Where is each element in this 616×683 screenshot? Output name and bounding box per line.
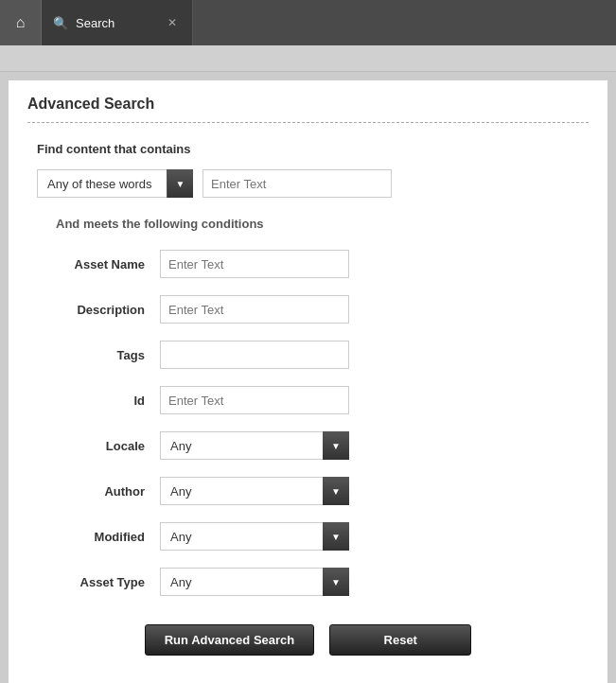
asset-type-row: Asset Type Any ▼ [27, 568, 589, 596]
id-label: Id [56, 394, 160, 408]
locale-label: Locale [56, 439, 160, 453]
tags-input[interactable] [160, 341, 349, 369]
modified-select-wrapper: Any ▼ [160, 522, 349, 551]
find-section-label: Find content that contains [37, 142, 589, 156]
buttons-row: Run Advanced Search Reset [27, 624, 589, 656]
tags-row: Tags [27, 341, 589, 369]
find-content-row: Any of these words All of these words No… [37, 169, 589, 198]
main-content: Advanced Search Find content that contai… [8, 79, 608, 683]
asset-type-select-wrapper: Any ▼ [160, 568, 349, 596]
asset-name-label: Asset Name [56, 257, 160, 271]
home-icon: ⌂ [16, 14, 26, 31]
locale-row: Locale Any ▼ [27, 431, 589, 460]
conditions-label: And meets the following conditions [56, 217, 589, 231]
sub-bar [0, 45, 616, 72]
modified-row: Modified Any ▼ [27, 522, 589, 551]
find-text-input[interactable] [202, 169, 392, 198]
asset-name-row: Asset Name [27, 250, 589, 278]
run-advanced-search-button[interactable]: Run Advanced Search [145, 624, 315, 656]
id-row: Id [27, 386, 589, 414]
author-row: Author Any ▼ [27, 477, 589, 505]
tags-label: Tags [56, 348, 160, 362]
modified-label: Modified [56, 530, 160, 544]
word-type-select-wrapper: Any of these words All of these words No… [37, 169, 193, 198]
id-input[interactable] [160, 386, 349, 414]
description-row: Description [27, 295, 589, 324]
description-label: Description [56, 303, 160, 317]
title-divider [27, 122, 589, 123]
top-bar: ⌂ 🔍 Search ✕ [0, 0, 616, 45]
author-label: Author [56, 484, 160, 499]
asset-type-select[interactable]: Any [160, 568, 349, 596]
asset-name-input[interactable] [160, 250, 349, 278]
description-input[interactable] [160, 295, 349, 324]
tab-label: Search [76, 16, 156, 30]
page-title: Advanced Search [27, 96, 589, 113]
modified-select[interactable]: Any [160, 522, 349, 551]
tab-close-button[interactable]: ✕ [164, 14, 181, 31]
author-select[interactable]: Any [160, 477, 349, 505]
locale-select-wrapper: Any ▼ [160, 431, 349, 460]
reset-button[interactable]: Reset [329, 624, 471, 656]
search-icon: 🔍 [53, 16, 68, 30]
author-select-wrapper: Any ▼ [160, 477, 349, 505]
locale-select[interactable]: Any [160, 431, 349, 460]
asset-type-label: Asset Type [56, 575, 160, 589]
word-type-select[interactable]: Any of these words All of these words No… [37, 169, 193, 198]
search-tab[interactable]: 🔍 Search ✕ [42, 0, 193, 45]
home-button[interactable]: ⌂ [0, 0, 42, 45]
